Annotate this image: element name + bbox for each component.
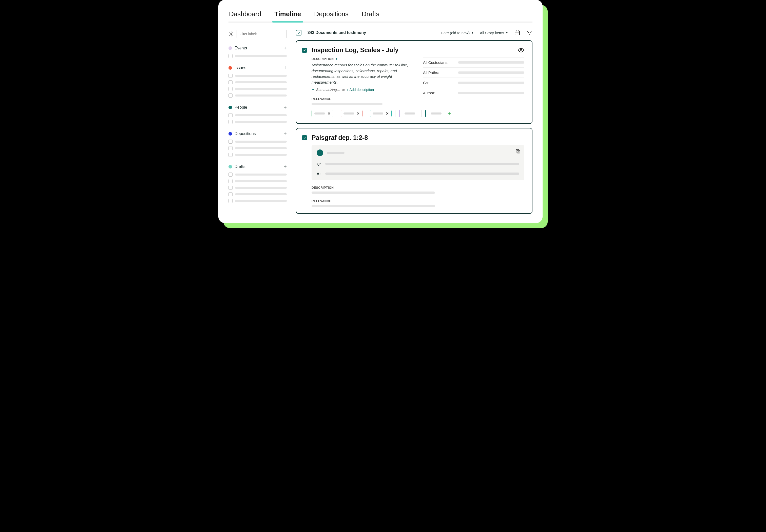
relevance-heading: RELEVANCE [312, 199, 524, 203]
placeholder-bar [235, 174, 287, 176]
placeholder-bar [458, 82, 524, 84]
sparkle-icon: ✦ [335, 57, 338, 61]
placeholder-bar [235, 200, 287, 202]
meta-label: All Custodians: [423, 60, 453, 65]
timeline-card: Palsgraf dep. 1:2-8 Q: A: [296, 128, 532, 214]
svg-point-0 [231, 33, 232, 35]
chevron-down-icon: ▼ [506, 31, 508, 34]
checkbox[interactable] [228, 153, 233, 157]
placeholder-bar [235, 88, 287, 90]
add-description-link[interactable]: + Add description [347, 88, 374, 92]
meta-label: Cc: [423, 81, 453, 85]
checkbox[interactable] [228, 120, 233, 124]
checkbox[interactable] [228, 93, 233, 98]
placeholder-bar [235, 147, 287, 149]
tag-chip[interactable]: ✕ [341, 110, 362, 117]
metadata-list: All Custodians: All Paths: Cc: Author: [423, 57, 524, 105]
add-draft-button[interactable]: + [283, 164, 287, 169]
checkbox[interactable] [228, 80, 233, 84]
checkbox[interactable] [228, 186, 233, 190]
sort-select[interactable]: Date (old to new) ▼ [441, 31, 474, 35]
tab-depositions[interactable]: Depositions [314, 10, 349, 22]
tab-drafts[interactable]: Drafts [361, 10, 380, 22]
placeholder-bar [325, 163, 519, 165]
toolbar: 342 Documents and testimony Date (old to… [296, 30, 532, 36]
scope-label: All Story items [480, 31, 504, 35]
q-label: Q: [317, 162, 322, 166]
placeholder-bar [235, 55, 287, 57]
divider [366, 110, 366, 117]
sort-label: Date (old to new) [441, 31, 470, 35]
tag-chip[interactable]: ✕ [312, 110, 333, 117]
tab-timeline[interactable]: Timeline [274, 10, 301, 22]
placeholder-bar [235, 81, 287, 83]
add-event-button[interactable]: + [283, 45, 287, 51]
placeholder-bar [235, 94, 287, 97]
remove-tag-icon[interactable]: ✕ [386, 111, 389, 116]
deposition-excerpt: Q: A: [312, 145, 524, 180]
copy-icon[interactable] [515, 148, 521, 154]
add-deposition-button[interactable]: + [283, 131, 287, 137]
add-issue-button[interactable]: + [283, 65, 287, 71]
checkbox[interactable] [228, 87, 233, 91]
timeline-card: Inspection Log, Scales - July DESCRIPTIO… [296, 40, 532, 124]
eye-icon[interactable] [518, 47, 524, 53]
remove-tag-icon[interactable]: ✕ [328, 111, 331, 116]
placeholder-bar [312, 103, 382, 105]
group-color-dot [228, 132, 232, 136]
check-icon [303, 136, 306, 139]
tag-chip[interactable] [425, 110, 444, 117]
sidebar-group-events: Events + [228, 45, 287, 58]
filter-labels-input[interactable] [237, 30, 287, 38]
filter-icon[interactable] [526, 30, 532, 36]
group-label: Drafts [235, 164, 245, 169]
select-all-checkbox[interactable] [296, 30, 301, 35]
sidebar-group-depositions: Depositions + [228, 131, 287, 157]
gear-icon[interactable] [228, 31, 234, 37]
main-column: 342 Documents and testimony Date (old to… [296, 30, 532, 220]
checkbox[interactable] [228, 113, 233, 117]
group-label: Issues [235, 66, 246, 70]
tab-dashboard[interactable]: Dashboard [228, 10, 262, 22]
svg-rect-3 [517, 150, 520, 153]
placeholder-bar [235, 180, 287, 182]
a-label: A: [317, 172, 322, 176]
placeholder-bar [325, 173, 519, 175]
description-heading: DESCRIPTION [312, 57, 334, 61]
sidebar-group-drafts: Drafts + [228, 164, 287, 203]
checkbox[interactable] [228, 140, 233, 144]
checkbox[interactable] [228, 173, 233, 177]
add-tag-button[interactable]: + [448, 111, 451, 116]
placeholder-bar [235, 187, 287, 189]
checkbox[interactable] [228, 54, 233, 58]
placeholder-bar [235, 154, 287, 156]
placeholder-bar [235, 121, 287, 123]
checkbox[interactable] [228, 74, 233, 78]
scope-select[interactable]: All Story items ▼ [480, 31, 508, 35]
tag-chip[interactable]: ✕ [370, 110, 392, 117]
or-label: or [342, 88, 345, 92]
add-person-button[interactable]: + [283, 105, 287, 110]
placeholder-bar [312, 205, 435, 207]
remove-tag-icon[interactable]: ✕ [357, 111, 360, 116]
avatar [317, 149, 323, 156]
group-color-dot [228, 66, 232, 70]
checkbox[interactable] [228, 179, 233, 183]
group-color-dot [228, 46, 232, 50]
placeholder-bar [458, 92, 524, 94]
card-checkbox[interactable] [302, 135, 307, 140]
description-heading: DESCRIPTION [312, 186, 524, 189]
placeholder-bar [235, 193, 287, 195]
group-label: People [235, 105, 247, 110]
checkbox[interactable] [228, 146, 233, 150]
nav-tabs: Dashboard Timeline Depositions Drafts [228, 10, 532, 23]
tag-chip[interactable] [399, 110, 418, 117]
card-checkbox[interactable] [302, 48, 307, 53]
checkbox[interactable] [228, 192, 233, 196]
check-icon [303, 49, 306, 52]
checkbox[interactable] [228, 199, 233, 203]
placeholder-bar [343, 112, 354, 115]
check-icon [297, 31, 300, 34]
calendar-icon[interactable] [514, 30, 520, 36]
sidebar-group-people: People + [228, 105, 287, 124]
